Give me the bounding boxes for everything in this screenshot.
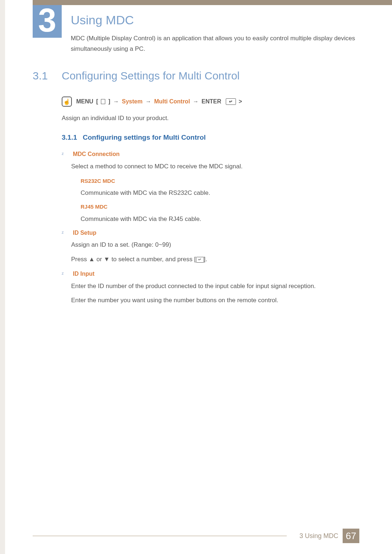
subsection-number: 3.1.1 [62, 134, 77, 141]
item-mdc-connection: z MDC Connection Select a method to conn… [62, 149, 359, 225]
subsection-title: Configuring settings for Multi Control [83, 134, 206, 141]
bullet-icon: z [62, 227, 71, 236]
nav-arrow: → [113, 98, 119, 105]
footer-divider [33, 535, 287, 537]
item-id-input: z ID Input Enter the ID number of the pr… [62, 268, 359, 306]
id-setup-line1: Assign an ID to a set. (Range: 0~99) [71, 239, 359, 250]
nav-menu: MENU [76, 98, 93, 105]
top-bar-decorative [33, 0, 392, 5]
page-number: 67 [343, 529, 359, 543]
nav-gt: > [239, 98, 242, 105]
mdc-connection-title: MDC Connection [73, 151, 120, 157]
chapter-title: Using MDC [71, 13, 134, 27]
nav-arrow: → [146, 98, 151, 105]
rj45-desc: Communicate with MDC via the RJ45 cable. [81, 214, 359, 225]
id-input-line2: Enter the number you want using the numb… [71, 295, 359, 306]
id-setup-line2: Press ▲ or ▼ to select a number, and pre… [71, 254, 359, 265]
nav-multi-control: Multi Control [154, 98, 190, 105]
id-input-line1: Enter the ID number of the product conne… [71, 281, 359, 292]
mdc-connection-desc: Select a method to connect to MDC to rec… [71, 161, 359, 172]
left-sidebar-decorative [0, 0, 5, 554]
nav-bracket-open: [ [96, 98, 98, 105]
hand-icon: ☝ [62, 97, 72, 107]
rs232c-title: RS232C MDC [81, 176, 359, 186]
footer-text: 3 Using MDC [299, 532, 338, 540]
nav-enter: ENTER [201, 98, 221, 105]
item-id-setup: z ID Setup Assign an ID to a set. (Range… [62, 227, 359, 265]
rj45-title: RJ45 MDC [81, 201, 359, 212]
id-input-title: ID Input [73, 271, 95, 277]
assign-instruction: Assign an individual ID to your product. [62, 115, 169, 122]
page-footer: 3 Using MDC 67 [299, 529, 359, 543]
rs232c-desc: Communicate with MDC via the RS232C cabl… [81, 188, 359, 198]
bullet-icon: z [62, 268, 71, 277]
content-body: z MDC Connection Select a method to conn… [62, 149, 359, 309]
bullet-icon: z [62, 149, 71, 157]
chapter-intro: MDC (Multiple Display Control) is an app… [71, 33, 359, 54]
menu-navigation-path: ☝ MENU [ ] → System → Multi Control → EN… [62, 97, 242, 107]
menu-rect-icon [101, 99, 105, 104]
section-title: Configuring Settings for Multi Control [62, 70, 240, 82]
nav-arrow: → [193, 98, 199, 105]
chapter-number-box: 3 [33, 5, 62, 38]
nav-system: System [122, 98, 143, 105]
enter-icon: ↵ [226, 98, 236, 105]
section-number: 3.1 [33, 70, 48, 82]
enter-icon: ↵ [196, 257, 204, 263]
nav-bracket-close: ] [108, 98, 110, 105]
id-setup-title: ID Setup [73, 230, 97, 236]
